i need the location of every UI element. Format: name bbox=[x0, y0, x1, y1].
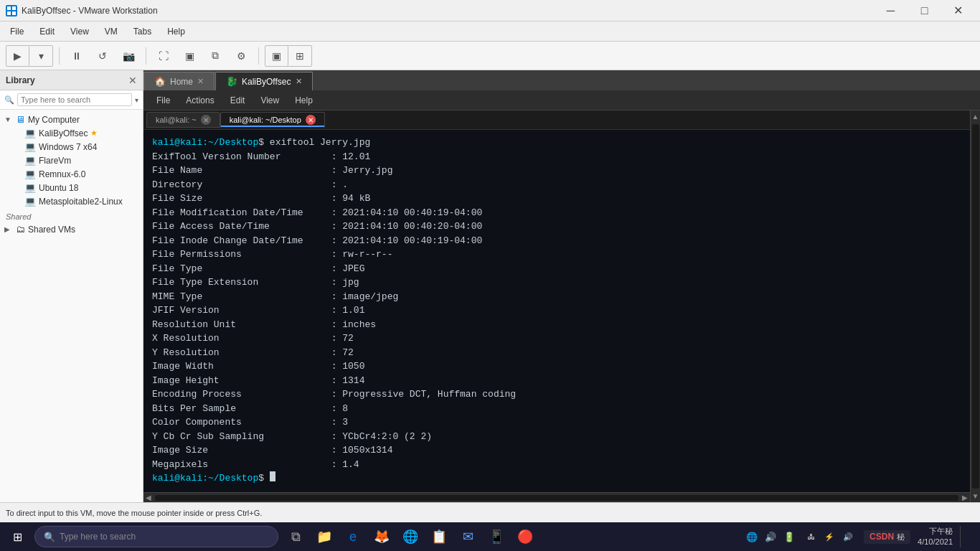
tree-vm-flare[interactable]: 💻 FlareVm bbox=[0, 154, 143, 167]
vm-tab-kali[interactable]: 🐉 KaliByOffsec ✕ bbox=[215, 72, 312, 90]
toolbar-fullscreen-btn[interactable]: ⛶ bbox=[152, 46, 175, 66]
vertical-scrollbar[interactable]: ▲ ▼ bbox=[970, 110, 980, 502]
toolbar-restart-btn[interactable]: ↺ bbox=[91, 46, 114, 66]
toolbar-dropdown-btn[interactable]: ▾ bbox=[29, 46, 52, 66]
file-explorer-button[interactable]: 📁 bbox=[310, 522, 339, 551]
edge-button[interactable]: e bbox=[339, 522, 367, 551]
status-bar: To direct input to this VM, move the mou… bbox=[0, 502, 980, 522]
tree-my-computer[interactable]: ▼ 🖥 My Computer bbox=[0, 113, 143, 126]
vmware-network-icon[interactable]: 🖧 bbox=[802, 528, 819, 545]
menu-tabs[interactable]: Tabs bbox=[126, 25, 159, 38]
chrome-button[interactable]: 🌐 bbox=[396, 522, 425, 551]
search-icon: 🔍 bbox=[4, 95, 14, 105]
toolbar-clone-btn[interactable]: ⧉ bbox=[204, 46, 227, 66]
vmware-usb-icon[interactable]: ⚡ bbox=[821, 528, 838, 545]
prompt-2: kali@kali:~/Desktop bbox=[152, 471, 258, 486]
vm-tab-home[interactable]: 🏠 Home ✕ bbox=[143, 72, 215, 90]
kali-tab-icon: 🐉 bbox=[226, 76, 237, 87]
clock-date: 4/10/2021 bbox=[918, 537, 953, 547]
toolbar-snapshot-btn[interactable]: 📷 bbox=[117, 46, 140, 66]
menu-vm[interactable]: VM bbox=[98, 25, 125, 38]
tree-vm-remnux[interactable]: 💻 Remnux-6.0 bbox=[0, 167, 143, 181]
library-close-button[interactable]: ✕ bbox=[128, 75, 137, 86]
show-desktop-icon[interactable] bbox=[960, 526, 977, 547]
scroll-up-arrow[interactable]: ▲ bbox=[970, 110, 980, 123]
menu-help[interactable]: Help bbox=[160, 25, 192, 38]
toolbar-single-view-btn[interactable]: ▣ bbox=[265, 46, 288, 66]
vmware-audio-icon[interactable]: 🔊 bbox=[839, 528, 857, 545]
vm-tab-bar: 🏠 Home ✕ 🐉 KaliByOffsec ✕ bbox=[143, 70, 980, 90]
terminal-tab-1[interactable]: kali@kali: ~ ✕ bbox=[146, 112, 220, 128]
vm-menu-edit[interactable]: Edit bbox=[223, 94, 253, 107]
search-dropdown-icon[interactable]: ▾ bbox=[135, 96, 138, 104]
kali-tab-close[interactable]: ✕ bbox=[296, 77, 302, 86]
vm-menu-actions[interactable]: Actions bbox=[179, 94, 221, 107]
h-scroll-right-arrow[interactable]: ▶ bbox=[960, 494, 970, 501]
output-line-1: File Name : Jerry.jpg bbox=[152, 164, 961, 178]
term-tab-1-close[interactable]: ✕ bbox=[201, 115, 211, 125]
toolbar-unity-btn[interactable]: ▣ bbox=[178, 46, 201, 66]
vm-icon-win7: 💻 bbox=[24, 141, 36, 152]
window-title: KaliByOffsec - VMware Workstation bbox=[22, 6, 158, 16]
menu-file[interactable]: File bbox=[3, 25, 31, 38]
terminal-container: kali@kali: ~ ✕ kali@kali: ~/Desktop ✕ ka… bbox=[143, 110, 970, 502]
term-tab-2-close[interactable]: ✕ bbox=[306, 115, 316, 125]
battery-icon[interactable]: 🔋 bbox=[781, 528, 798, 545]
output-line-13: X Resolution : 72 bbox=[152, 331, 961, 346]
vm-meta-label: Metasploitable2-Linux bbox=[39, 197, 123, 207]
vm-menu-help[interactable]: Help bbox=[288, 94, 320, 107]
minimize-button[interactable]: ─ bbox=[875, 0, 907, 22]
toolbar-power-btn[interactable]: ▶ bbox=[6, 46, 29, 66]
terminal-tab-2[interactable]: kali@kali: ~/Desktop ✕ bbox=[220, 112, 325, 128]
taskbar-search[interactable]: 🔍 Type here to search bbox=[34, 526, 278, 547]
vm-icon-remnux: 💻 bbox=[24, 169, 36, 179]
library-search-input[interactable] bbox=[17, 93, 132, 106]
edge-icon: e bbox=[349, 529, 357, 545]
shared-vms-icon: 🗂 bbox=[16, 224, 25, 235]
taskview-button[interactable]: ⧉ bbox=[281, 522, 310, 551]
menu-edit[interactable]: Edit bbox=[32, 25, 62, 38]
horizontal-scrollbar[interactable]: ◀ ▶ bbox=[143, 492, 970, 502]
menu-view[interactable]: View bbox=[63, 25, 96, 38]
network-icon[interactable]: 🌐 bbox=[743, 528, 760, 545]
app10-button[interactable]: 🔴 bbox=[511, 522, 540, 551]
h-scroll-left-arrow[interactable]: ◀ bbox=[143, 494, 154, 501]
toolbar-multi-view-btn[interactable]: ⊞ bbox=[288, 46, 311, 66]
star-icon: ★ bbox=[90, 128, 98, 138]
tree-vm-win7[interactable]: 💻 Windows 7 x64 bbox=[0, 140, 143, 154]
tree-vm-ubuntu[interactable]: 💻 Ubuntu 18 bbox=[0, 181, 143, 194]
system-clock[interactable]: 下午秘 4/10/2021 bbox=[912, 526, 958, 548]
prompt-dollar-2: $ bbox=[258, 471, 270, 486]
close-button[interactable]: ✕ bbox=[942, 0, 974, 22]
h-scroll-track[interactable] bbox=[155, 495, 958, 501]
home-tab-close[interactable]: ✕ bbox=[197, 77, 204, 86]
output-line-0: ExifTool Version Number : 12.01 bbox=[152, 150, 961, 164]
toolbar-suspend-btn[interactable]: ⏸ bbox=[65, 46, 88, 66]
expand-icon-shared: ▶ bbox=[4, 225, 13, 233]
library-search-area: 🔍 ▾ bbox=[0, 90, 143, 110]
vm-icon-flare: 💻 bbox=[24, 155, 36, 166]
tree-vm-kali[interactable]: 💻 KaliByOffsec ★ bbox=[0, 126, 143, 140]
firefox-button[interactable]: 🦊 bbox=[367, 522, 396, 551]
scroll-track[interactable] bbox=[972, 124, 979, 489]
mail-button[interactable]: ✉ bbox=[453, 522, 482, 551]
vm-menu-view[interactable]: View bbox=[253, 94, 286, 107]
tree-vm-meta[interactable]: 💻 Metasploitable2-Linux bbox=[0, 194, 143, 208]
volume-icon[interactable]: 🔊 bbox=[762, 528, 779, 545]
terminal-output[interactable]: kali@kali:~/Desktop$ exiftool Jerry.jpg … bbox=[143, 130, 970, 492]
menu-bar: File Edit View VM Tabs Help bbox=[0, 22, 980, 42]
app7-button[interactable]: 📋 bbox=[425, 522, 453, 551]
library-tree: ▼ 🖥 My Computer 💻 KaliByOffsec ★ 💻 Windo… bbox=[0, 110, 143, 502]
output-line-20: Y Cb Cr Sub Sampling : YCbCr4:2:0 (2 2) bbox=[152, 430, 961, 444]
prompt-dollar: $ exiftool Jerry.jpg bbox=[258, 136, 370, 150]
output-line-11: JFIF Version : 1.01 bbox=[152, 303, 961, 318]
maximize-button[interactable]: □ bbox=[908, 0, 941, 22]
tree-shared-vms[interactable]: ▶ 🗂 Shared VMs bbox=[0, 222, 143, 236]
toolbar-prefs-btn[interactable]: ⚙ bbox=[230, 46, 253, 66]
scroll-down-arrow[interactable]: ▼ bbox=[970, 490, 980, 502]
app9-button[interactable]: 📱 bbox=[482, 522, 511, 551]
vm-kali-label: KaliByOffsec bbox=[39, 128, 88, 138]
toolbar-view-group: ▣ ⊞ bbox=[265, 45, 312, 67]
vm-menu-file[interactable]: File bbox=[149, 94, 177, 107]
start-button[interactable]: ⊞ bbox=[3, 522, 32, 551]
